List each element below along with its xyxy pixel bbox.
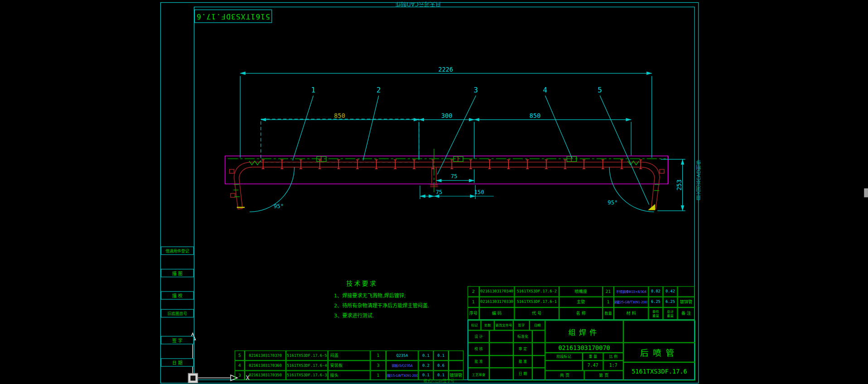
sign-cell-blank	[532, 331, 545, 343]
bom-row-note	[448, 360, 463, 370]
drawing-canvas[interactable]: 自天河云CAD制作 自天河云CAD制作 5161TXS3DF.17.6	[0, 0, 868, 384]
margin-box-old-master-no: 旧底图总号	[161, 309, 194, 317]
bom-row-material: Q235A	[386, 350, 419, 360]
bom-row-no: 1	[468, 297, 479, 307]
sheet-total-label: 共 页	[545, 370, 584, 380]
sign-cell-blank	[489, 368, 513, 380]
bom-header-code: 编 码	[479, 307, 515, 320]
bom-row-part: 5161TXS3DF.17.6-4	[286, 360, 328, 370]
callout-3: 3	[474, 86, 478, 94]
bom-header-material: 材 料	[614, 307, 648, 320]
leader-lines	[293, 96, 649, 204]
dim-75-lower: 75	[436, 189, 443, 195]
bom-header-qty: 数量	[603, 307, 614, 320]
bom-table-left: 5 02161303170370 5161TXS3DF.17.6-5 闷盖 1 …	[235, 350, 463, 380]
ucs-x-label: X	[246, 374, 249, 382]
bom-header-total-weight: 总计 重量	[663, 307, 677, 320]
bom-row-part: 5161TXS3DF.17.6-3	[286, 370, 328, 380]
scale-value: 1:7	[603, 360, 623, 370]
assembly-type-label: 组焊件	[568, 326, 600, 336]
sign-design-label: 设 计	[468, 331, 489, 343]
bom-row-material: 钢管15-GB/T3091-2001	[386, 370, 419, 380]
bom-row-unit-weight: 6.25	[648, 297, 663, 307]
bom-row-name: 喷嘴座	[559, 286, 603, 297]
sign-cell-blank	[532, 355, 545, 368]
bom-header-no: 序号	[468, 307, 479, 320]
bom-header-unit-weight-bottom: 重量	[652, 314, 659, 317]
dim-300: 300	[441, 112, 453, 119]
margin-box-signature: 签 字	[161, 336, 194, 344]
stage-mark-label: 阶段标记	[545, 353, 583, 360]
bom-row-part: 5161TXS3DF.17.6-2	[515, 286, 559, 297]
bom-row-code: 02161303170370	[245, 350, 286, 360]
drawing-code: 02161303170070	[558, 344, 610, 351]
bom-row-name: 接头	[328, 370, 371, 380]
drawing-number: 5161TXS3DF.17.6	[632, 368, 687, 375]
sign-process-label: 工艺审查	[468, 368, 489, 380]
bom-row-no: 2	[468, 286, 479, 297]
end-cap-marks	[237, 204, 655, 210]
assembly-type-cell: 组焊件	[545, 320, 623, 342]
bom-row-no: 3	[235, 370, 245, 380]
dim-overall: 2226	[439, 66, 453, 73]
bom-header-name: 名 称	[559, 307, 603, 320]
rev-mark-label: 标记	[468, 320, 481, 330]
bom-row-unit-weight: 0.02	[648, 286, 663, 297]
bom-row-unit-weight: 0.1	[418, 350, 433, 360]
dimension-lines	[240, 73, 682, 211]
callout-2: 2	[376, 86, 381, 94]
rev-doc-label: 更改文件号	[494, 320, 513, 330]
bom-header-unit-weight-top: 单件	[652, 310, 659, 313]
bom-row-code: 02161303170360	[245, 360, 286, 370]
margin-box-trace-drawing: 描 图	[161, 269, 194, 277]
bom-row-note: 镀锌管	[678, 297, 695, 307]
ucs-icon[interactable]	[188, 333, 237, 383]
bom-row-note	[678, 286, 695, 297]
sign-cell-blank	[489, 331, 513, 343]
pipe-outline	[230, 162, 664, 209]
bom-row-part: 5161TXS3DF.17.6-5	[286, 350, 328, 360]
part-name: 后喷管	[640, 346, 679, 358]
bom-row-note	[448, 350, 463, 360]
sign-cell-blank	[489, 343, 513, 355]
sign-check-label: 校 核	[468, 343, 489, 355]
drawing-number-cell: 5161TXS3DF.17.6	[623, 362, 695, 381]
callout-5: 5	[598, 86, 602, 94]
bom-row-name: 闷盖	[328, 350, 371, 360]
bom-row-code: 02161303170350	[245, 370, 286, 380]
stage-weight-scale-labels: 阶段标记 重 量 比 例	[545, 353, 623, 360]
drawing-geometry	[0, 0, 868, 384]
rev-count-label: 处数	[481, 320, 495, 330]
dim-850-right: 850	[530, 112, 541, 119]
dim-253: 253	[675, 180, 683, 191]
bom-header-part: 代 号	[515, 307, 559, 320]
bom-header-total-weight-bottom: 重量	[667, 314, 674, 317]
bom-header-note: 备 注	[678, 307, 695, 320]
sheet-row: 共 页 第 页	[545, 370, 623, 380]
dim-150: 150	[474, 189, 484, 195]
dim-75-upper: 75	[451, 173, 458, 180]
stage-weight-scale-values: 7.47 1:7	[545, 360, 623, 370]
bom-row-qty: 1	[603, 297, 614, 307]
margin-box-borrow-record: 借通用件登记	[161, 247, 194, 255]
weight-value: 7.47	[583, 360, 603, 370]
bom-row-total-weight: 0.6	[434, 360, 448, 370]
margin-box-trace-check: 描 校	[161, 291, 194, 299]
cad-app-window: 自天河云CAD制作 自天河云CAD制作 5161TXS3DF.17.6	[0, 0, 868, 384]
stage-mark-value	[545, 360, 583, 370]
scale-label: 比 例	[603, 353, 623, 360]
sign-cell-blank	[489, 355, 513, 368]
scrollbar-thumb[interactable]	[864, 188, 868, 197]
sign-review-label: 审 定	[513, 343, 532, 355]
sign-cell-blank	[532, 343, 545, 355]
bom-row-material: 钢管25-GB/T3091-2001	[614, 297, 648, 307]
bom-row-name: 安装板	[328, 360, 371, 370]
bom-row-total-weight: 0.42	[663, 286, 677, 297]
bom-row-qty: 1	[370, 370, 386, 380]
bom-header-unit-weight: 单件 重量	[648, 307, 663, 320]
bom-row-qty: 21	[603, 286, 614, 297]
angle-label-right: 95°	[608, 199, 617, 206]
bom-row-part: 5161TXS3DF.17.6-1	[515, 297, 559, 307]
drawing-code-cell: 02161303170070	[545, 343, 623, 353]
callout-4: 4	[543, 86, 547, 94]
